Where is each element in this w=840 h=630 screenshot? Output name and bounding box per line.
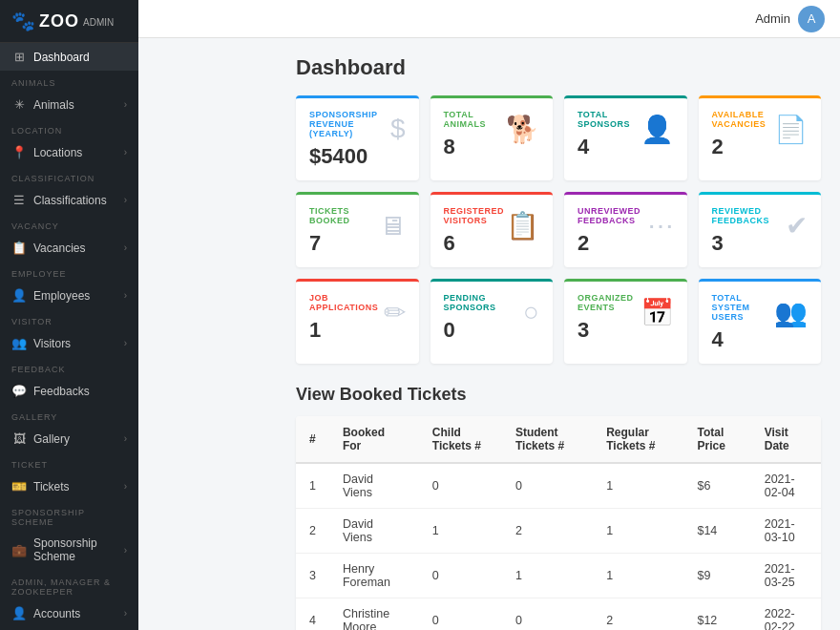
page-title: Dashboard xyxy=(296,55,821,80)
cell-child: 1 xyxy=(419,509,502,554)
cell-regular: 1 xyxy=(593,554,683,598)
sidebar-label-locations: Locations xyxy=(33,146,82,159)
stat-icon-total-sponsors: 👤 xyxy=(640,114,674,145)
stat-card-reviewed-feedbacks: REVIEWED FEEDBACKS 3 ✔ xyxy=(699,192,822,267)
stat-label-total-sponsors: TOTAL SPONSORS xyxy=(578,110,640,129)
cell-regular: 2 xyxy=(593,598,683,631)
table-body: 1David Viens001$62021-02-042David Viens1… xyxy=(296,463,821,630)
stat-label-reviewed-feedbacks: REVIEWED FEEDBACKS xyxy=(712,206,787,225)
stat-icon-registered-visitors: 📋 xyxy=(506,210,539,242)
cell-booked-for: David Viens xyxy=(329,463,419,509)
sidebar-item-dashboard[interactable]: ⊞ Dashboard xyxy=(0,43,138,71)
stat-icon-total-system-users: 👥 xyxy=(774,297,808,328)
tickets-table-container: #Booked ForChild Tickets #Student Ticket… xyxy=(296,416,821,630)
stat-label-available-vacancies: AVAILABLE VACANCIES xyxy=(712,110,775,129)
cell-child: 0 xyxy=(419,463,502,509)
cell-date: 2021-03-10 xyxy=(751,509,821,554)
table-row: 2David Viens121$142021-03-10 xyxy=(296,509,821,554)
cell-total: $9 xyxy=(683,554,750,598)
sidebar-item-animals[interactable]: ✳ Animals › xyxy=(0,91,138,118)
cell-date: 2022-02-22 xyxy=(751,598,821,631)
logo-text: ZOO xyxy=(39,11,79,32)
sponsorship-icon: 💼 xyxy=(11,543,27,557)
col-header-total-price: Total Price xyxy=(683,416,750,463)
sidebar-item-gallery[interactable]: 🖼 Gallery › xyxy=(0,425,138,452)
sidebar-item-feedbacks[interactable]: 💬 Feedbacks xyxy=(0,377,138,405)
sidebar-label-classifications: Classifications xyxy=(33,194,107,207)
stat-icon-unreviewed-feedbacks: ⋯ xyxy=(647,210,674,242)
cell-regular: 1 xyxy=(593,509,683,554)
sidebar-item-tickets[interactable]: 🎫 Tickets › xyxy=(0,472,138,500)
stat-value-job-applications: 1 xyxy=(309,318,384,343)
stats-grid: SPONSORSHIP REVENUE (YEARLY) $5400 $ TOT… xyxy=(296,95,821,364)
cell-date: 2021-02-04 xyxy=(751,463,821,509)
feedbacks-icon: 💬 xyxy=(11,384,27,398)
chevron-icon: › xyxy=(124,242,127,253)
stat-icon-total-animals: 🐕 xyxy=(506,114,539,145)
cell-num: 3 xyxy=(296,554,329,598)
cell-regular: 1 xyxy=(593,463,683,509)
col-header-visit-date: Visit Date xyxy=(751,416,821,463)
sidebar-item-employees[interactable]: 👤 Employees › xyxy=(0,282,138,309)
stat-card-unreviewed-feedbacks: UNREVIEWED FEEDBACKS 2 ⋯ xyxy=(564,192,687,267)
cell-num: 2 xyxy=(296,509,329,554)
stat-card-total-sponsors: TOTAL SPONSORS 4 👤 xyxy=(564,95,687,180)
stat-icon-tickets-booked: 🖥 xyxy=(379,210,406,242)
main-content: Dashboard SPONSORSHIP REVENUE (YEARLY) $… xyxy=(277,38,840,630)
col-header-regular-tickets-: Regular Tickets # xyxy=(593,416,683,463)
stat-card-registered-visitors: REGISTERED VISITORS 6 📋 xyxy=(430,192,554,267)
topbar: Admin A xyxy=(138,0,840,38)
sidebar-nav: ⊞ Dashboard ANIMALS ✳ Animals › LOCATION… xyxy=(0,43,138,630)
sidebar-item-classifications[interactable]: ☰ Classifications › xyxy=(0,186,138,214)
col-header-child-tickets-: Child Tickets # xyxy=(419,416,502,463)
sidebar-label-vacancies: Vacancies xyxy=(33,242,85,255)
stat-value-tickets-booked: 7 xyxy=(309,231,379,256)
sidebar-label-gallery: Gallery xyxy=(33,432,70,446)
table-row: 3Henry Foreman011$92021-03-25 xyxy=(296,554,821,598)
cell-booked-for: David Viens xyxy=(329,509,419,554)
sidebar-label-tickets: Tickets xyxy=(33,480,70,494)
animals-icon: ✳ xyxy=(11,97,27,112)
sidebar-section-feedback: FEEDBACK xyxy=(0,357,138,377)
sidebar-item-vacancies[interactable]: 📋 Vacancies › xyxy=(0,234,138,262)
tickets-section-title: View Booked Tickets xyxy=(296,385,821,405)
cell-student: 2 xyxy=(502,509,593,554)
stat-icon-pending-sponsors: ○ xyxy=(523,297,539,327)
sidebar-item-locations[interactable]: 📍 Locations › xyxy=(0,138,138,166)
stat-card-pending-sponsors: PENDING SPONSORS 0 ○ xyxy=(430,279,554,364)
admin-label: Admin xyxy=(755,11,790,26)
stat-value-pending-sponsors: 0 xyxy=(444,318,524,343)
stat-value-total-system-users: 4 xyxy=(712,327,775,352)
sidebar-label-dashboard: Dashboard xyxy=(33,51,90,64)
cell-date: 2021-03-25 xyxy=(751,554,821,598)
sidebar-section-sponsorship-scheme: SPONSORSHIP SCHEME xyxy=(0,500,138,530)
logo-icon: 🐾 xyxy=(11,10,35,32)
chevron-icon: › xyxy=(124,433,127,444)
stat-value-sponsorship-revenue: $5400 xyxy=(309,144,390,169)
cell-total: $14 xyxy=(683,509,750,554)
sidebar-section-classification: CLASSIFICATION xyxy=(0,166,138,186)
sidebar-item-visitors[interactable]: 👥 Visitors › xyxy=(0,329,138,357)
chevron-icon: › xyxy=(124,481,127,492)
locations-icon: 📍 xyxy=(11,145,27,159)
stat-label-pending-sponsors: PENDING SPONSORS xyxy=(444,293,524,312)
stat-value-organized-events: 3 xyxy=(578,318,640,343)
sidebar-section-admin-manager--zookeeper: ADMIN, MANAGER & ZOOKEEPER xyxy=(0,570,138,599)
cell-student: 0 xyxy=(502,463,593,509)
sidebar-item-sponsorship[interactable]: 💼 Sponsorship Scheme › xyxy=(0,530,138,570)
sidebar-section-location: LOCATION xyxy=(0,118,138,138)
col-header-booked-for: Booked For xyxy=(329,416,419,463)
col-header-student-tickets-: Student Tickets # xyxy=(502,416,593,463)
user-avatar: A xyxy=(798,6,825,32)
dashboard-icon: ⊞ xyxy=(11,50,27,64)
stat-value-registered-visitors: 6 xyxy=(444,231,507,256)
stat-value-total-sponsors: 4 xyxy=(578,135,640,159)
stat-value-total-animals: 8 xyxy=(444,135,507,159)
chevron-icon: › xyxy=(124,545,127,556)
sidebar-item-accounts[interactable]: 👤 Accounts › xyxy=(0,599,138,627)
table-row: 4Christine Moore002$122022-02-22 xyxy=(296,598,821,631)
visitors-icon: 👥 xyxy=(11,336,27,350)
stat-icon-job-applications: ✏ xyxy=(384,297,406,328)
sidebar-section-vacancy: VACANCY xyxy=(0,214,138,234)
sidebar-section-animals: ANIMALS xyxy=(0,71,138,91)
